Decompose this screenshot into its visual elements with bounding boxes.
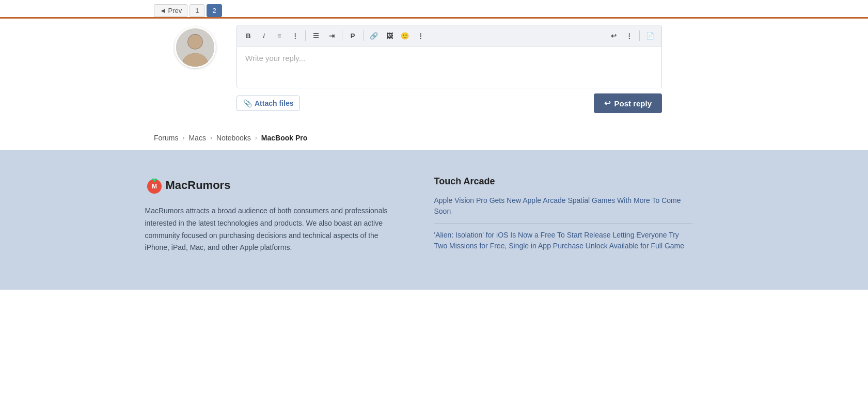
paragraph-button[interactable]: P: [345, 28, 360, 43]
breadcrumb-sep-2: ›: [210, 134, 212, 141]
breadcrumb-current: MacBook Pro: [261, 134, 307, 142]
footer-left: M MacRumors MacRumors attracts a broad a…: [145, 176, 403, 264]
breadcrumb-sep-3: ›: [255, 134, 257, 141]
post-reply-label: Post reply: [614, 99, 652, 108]
page-1-button[interactable]: 1: [190, 4, 204, 17]
avatar-column: [154, 19, 236, 121]
footer-inner: M MacRumors MacRumors attracts a broad a…: [124, 176, 744, 264]
options-button[interactable]: ⋮: [622, 28, 636, 43]
reply-section: B I ≡ ⋮ ☰ ⇥ P 🔗 🖼 🙂 ⋮ ↩ ⋮ 📄: [0, 17, 868, 121]
toolbar-separator-3: [363, 30, 364, 41]
undo-button[interactable]: ↩: [606, 28, 621, 43]
more-button-1[interactable]: ⋮: [288, 28, 302, 43]
align-button[interactable]: ≡: [272, 28, 287, 43]
touch-arcade-title: Touch Arcade: [434, 176, 692, 187]
pagination: ◄ Prev 1 2: [154, 4, 868, 17]
list-button[interactable]: ☰: [309, 28, 323, 43]
breadcrumb: Forums › Macs › Notebooks › MacBook Pro: [154, 134, 868, 142]
attach-files-label: Attach files: [255, 99, 293, 107]
breadcrumb-macs[interactable]: Macs: [188, 134, 206, 142]
pagination-area: ◄ Prev 1 2: [0, 0, 868, 17]
paperclip-icon: 📎: [243, 99, 252, 107]
bold-button[interactable]: B: [241, 28, 256, 43]
svg-text:M: M: [152, 183, 157, 190]
logo-text: MacRumors: [166, 179, 231, 192]
image-button[interactable]: 🖼: [382, 28, 397, 43]
toolbar-separator-2: [342, 30, 342, 41]
breadcrumb-sep-1: ›: [182, 134, 184, 141]
more-button-2[interactable]: ⋮: [413, 28, 428, 43]
reply-arrow-icon: ↩: [604, 99, 611, 108]
post-reply-button[interactable]: ↩ Post reply: [594, 93, 662, 113]
editor-toolbar: B I ≡ ⋮ ☰ ⇥ P 🔗 🖼 🙂 ⋮ ↩ ⋮ 📄: [237, 25, 661, 46]
editor-wrapper: B I ≡ ⋮ ☰ ⇥ P 🔗 🖼 🙂 ⋮ ↩ ⋮ 📄: [236, 25, 662, 88]
doc-button[interactable]: 📄: [643, 28, 657, 43]
breadcrumb-section: Forums › Macs › Notebooks › MacBook Pro: [0, 121, 868, 150]
toolbar-separator-4: [639, 30, 640, 41]
breadcrumb-notebooks[interactable]: Notebooks: [216, 134, 251, 142]
footer-right: Touch Arcade Apple Vision Pro Gets New A…: [434, 176, 692, 264]
editor-column: B I ≡ ⋮ ☰ ⇥ P 🔗 🖼 🙂 ⋮ ↩ ⋮ 📄: [236, 19, 670, 121]
prev-page-button[interactable]: ◄ Prev: [154, 4, 187, 17]
reply-editor[interactable]: Write your reply...: [237, 46, 661, 88]
toolbar-separator-1: [305, 30, 306, 41]
page-2-button[interactable]: 2: [207, 4, 222, 17]
link-button[interactable]: 🔗: [367, 28, 381, 43]
macrumors-logo-icon: M: [145, 176, 164, 195]
footer: M MacRumors MacRumors attracts a broad a…: [0, 150, 868, 290]
footer-description: MacRumors attracts a broad audience of b…: [145, 205, 403, 254]
italic-button[interactable]: I: [257, 28, 271, 43]
svg-point-3: [188, 35, 202, 49]
macrumors-logo: M MacRumors: [145, 176, 403, 195]
indent-button[interactable]: ⇥: [324, 28, 339, 43]
editor-actions: 📎 Attach files ↩ Post reply: [236, 88, 662, 113]
avatar: [175, 27, 216, 68]
touch-arcade-article-2[interactable]: 'Alien: Isolation' for iOS Is Now a Free…: [434, 230, 692, 258]
emoji-button[interactable]: 🙂: [398, 28, 412, 43]
breadcrumb-forums[interactable]: Forums: [154, 134, 178, 142]
attach-files-button[interactable]: 📎 Attach files: [236, 96, 300, 111]
touch-arcade-article-1[interactable]: Apple Vision Pro Gets New Apple Arcade S…: [434, 195, 692, 224]
